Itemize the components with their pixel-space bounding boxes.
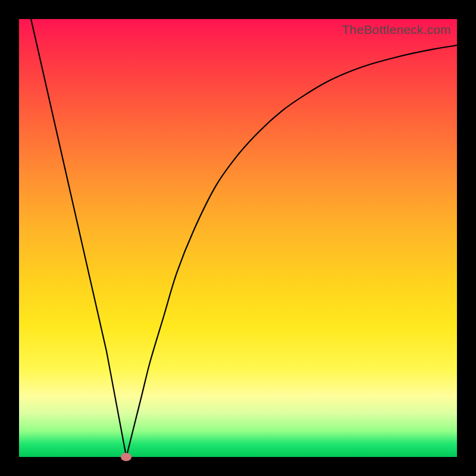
bottleneck-curve xyxy=(19,19,457,457)
watermark-text: TheBottleneck.com xyxy=(342,23,451,37)
minimum-marker xyxy=(121,453,131,461)
chart-area: TheBottleneck.com xyxy=(19,19,457,457)
